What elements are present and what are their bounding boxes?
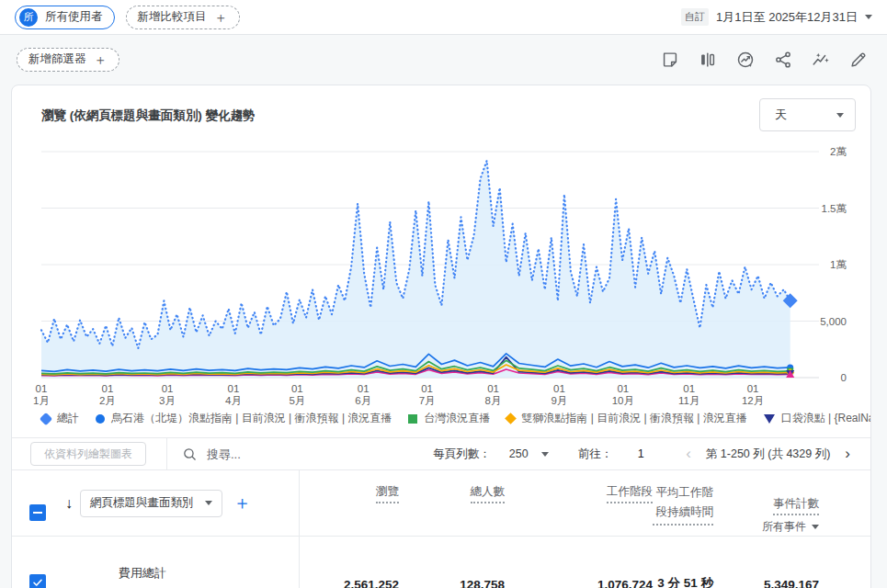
- granularity-value: 天: [775, 107, 787, 123]
- legend-label: 口袋浪點 | {RealName}: [781, 411, 870, 426]
- row-checkbox[interactable]: [29, 574, 46, 588]
- totals-users: 128,758總數的 100%: [399, 537, 505, 588]
- compare-icon[interactable]: [696, 48, 720, 72]
- svg-text:2萬: 2萬: [830, 146, 847, 157]
- svg-text:01: 01: [162, 383, 174, 394]
- col-header-event-count[interactable]: 事件計數 所有事件: [713, 470, 819, 536]
- col-header-sessions[interactable]: 工作階段: [505, 470, 653, 536]
- col-header-views[interactable]: 瀏覽: [300, 470, 399, 536]
- svg-text:0: 0: [841, 372, 847, 383]
- chart-title: 瀏覽 (依網頁標題與畫面類別) 變化趨勢: [41, 98, 256, 124]
- audience-chip[interactable]: 所 所有使用者: [15, 6, 115, 29]
- svg-text:7月: 7月: [419, 395, 436, 406]
- top-bar: 所 所有使用者 新增比較項目 ＋ 自訂 1月1日至 2025年12月31日: [0, 0, 887, 35]
- legend-label: 烏石港（北堤）浪點指南 | 目前浪況 | 衝浪預報 | 浪況直播: [111, 411, 392, 426]
- svg-text:1.5萬: 1.5萬: [822, 203, 847, 214]
- svg-text:6月: 6月: [355, 395, 371, 406]
- svg-text:01: 01: [553, 383, 565, 394]
- row-checkbox-cell: [12, 537, 63, 588]
- add-dimension-button[interactable]: ＋: [230, 491, 252, 515]
- rows-per-page-value: 250: [509, 447, 529, 460]
- legend-item-1[interactable]: 烏石港（北堤）浪點指南 | 目前浪況 | 衝浪預報 | 浪況直播: [96, 411, 392, 426]
- triangle-down-marker-icon: [764, 414, 775, 424]
- legend-label: 雙獅浪點指南 | 目前浪況 | 衝浪預報 | 浪況直播: [521, 411, 746, 426]
- table-toolbar: 依資料列繪製圖表 每頁列數： 250 前往： ‹ 第 1-250 列 (共 43…: [12, 437, 870, 470]
- rows-per-page-select[interactable]: 250: [509, 447, 549, 460]
- plus-icon: ＋: [214, 10, 228, 24]
- circle-marker-icon: [96, 414, 105, 424]
- date-preset-badge: 自訂: [681, 8, 709, 26]
- svg-text:01: 01: [421, 383, 433, 394]
- row-range-label: 第 1-250 列 (共 4329 列): [706, 447, 830, 462]
- svg-text:5月: 5月: [289, 395, 305, 406]
- plot-rows-button[interactable]: 依資料列繪製圖表: [30, 442, 146, 466]
- filter-bar: 新增篩選器 ＋: [0, 35, 887, 84]
- legend-item-3[interactable]: 雙獅浪點指南 | 目前浪況 | 衝浪預報 | 浪況直播: [506, 411, 746, 426]
- chevron-down-icon: [541, 452, 549, 457]
- trend-chart: 05,0001萬1.5萬2萬011月012月013月014月015月016月01…: [12, 131, 871, 409]
- svg-text:01: 01: [228, 383, 240, 394]
- date-range-picker[interactable]: 自訂 1月1日至 2025年12月31日: [681, 8, 872, 26]
- svg-text:4月: 4月: [225, 395, 242, 406]
- search-input[interactable]: [207, 447, 345, 461]
- svg-text:01: 01: [683, 383, 695, 394]
- select-all-checkbox[interactable]: [29, 504, 46, 521]
- table-row: 費用總計 2,561,252總數的 100% 128,758總數的 100% 1…: [12, 537, 870, 588]
- report-actions: [658, 48, 870, 72]
- legend-item-4[interactable]: 口袋浪點 | {RealName}: [764, 411, 870, 426]
- svg-text:9月: 9月: [551, 395, 567, 406]
- add-comparison-chip[interactable]: 新增比較項目 ＋: [126, 6, 240, 29]
- dimension-value: 網頁標題與畫面類別: [90, 495, 194, 511]
- check-icon: [32, 577, 43, 588]
- chevron-down-icon: [836, 113, 844, 118]
- col-header-avg-duration[interactable]: 平均工作階段持續時間: [653, 470, 713, 536]
- insights-spark-icon[interactable]: [809, 48, 833, 72]
- header-checkbox-cell: [12, 470, 63, 536]
- legend-label: 總計: [57, 411, 79, 426]
- svg-text:11月: 11月: [678, 395, 699, 406]
- sort-descending-icon[interactable]: ↓: [65, 495, 73, 512]
- table-search[interactable]: [182, 447, 345, 462]
- dimension-header-cell: ↓ 網頁標題與畫面類別 ＋: [63, 470, 300, 536]
- legend-label: 台灣浪況直播: [424, 411, 490, 426]
- audience-badge: 所: [19, 8, 38, 27]
- svg-text:01: 01: [36, 383, 48, 394]
- divider: [166, 437, 167, 470]
- svg-text:5,000: 5,000: [820, 316, 847, 327]
- granularity-select[interactable]: 天: [759, 98, 856, 131]
- legend-item-total[interactable]: 總計: [41, 411, 79, 426]
- share-icon[interactable]: [771, 48, 795, 72]
- plus-icon: ＋: [94, 52, 108, 66]
- note-icon[interactable]: [658, 48, 682, 72]
- add-filter-chip[interactable]: 新增篩選器 ＋: [17, 48, 119, 72]
- chevron-down-icon: [812, 525, 819, 529]
- totals-views: 2,561,252總數的 100%: [300, 537, 399, 588]
- insights-circle-icon[interactable]: [733, 48, 757, 72]
- svg-text:10月: 10月: [612, 395, 634, 406]
- totals-label: 費用總計: [63, 537, 300, 588]
- chevron-down-icon: [865, 15, 872, 19]
- chart-legend: 總計 烏石港（北堤）浪點指南 | 目前浪況 | 衝浪預報 | 浪況直播 台灣浪況…: [12, 409, 870, 437]
- diamond-marker-icon: [40, 412, 52, 424]
- next-page-button[interactable]: ›: [839, 445, 856, 463]
- add-filter-label: 新增篩選器: [28, 51, 86, 67]
- dimension-select[interactable]: 網頁標題與畫面類別: [80, 490, 222, 517]
- date-range-label: 1月1日至 2025年12月31日: [716, 9, 858, 26]
- chart-header: 瀏覽 (依網頁標題與畫面類別) 變化趨勢 天: [12, 85, 870, 131]
- col-header-users[interactable]: 總人數: [399, 470, 505, 536]
- totals-sessions: 1,076,724總數的 100%: [505, 537, 653, 588]
- svg-text:01: 01: [291, 383, 303, 394]
- legend-item-2[interactable]: 台灣浪況直播: [408, 411, 490, 426]
- svg-text:2月: 2月: [99, 395, 116, 406]
- goto-page-input[interactable]: [627, 447, 654, 460]
- edit-icon[interactable]: [847, 48, 870, 72]
- diamond-marker-icon: [505, 413, 517, 424]
- svg-text:1月: 1月: [33, 395, 50, 406]
- report-card: 瀏覽 (依網頁標題與畫面類別) 變化趨勢 天 05,0001萬1.5萬2萬011…: [11, 85, 871, 588]
- goto-label: 前往：: [578, 447, 613, 462]
- prev-page-button[interactable]: ‹: [680, 445, 697, 463]
- event-filter-select[interactable]: 所有事件: [762, 518, 819, 536]
- indeterminate-icon: [33, 512, 42, 514]
- pagination-controls: 每頁列數： 250 前往： ‹ 第 1-250 列 (共 4329 列) ›: [433, 445, 856, 463]
- rows-per-page-label: 每頁列數：: [433, 447, 491, 462]
